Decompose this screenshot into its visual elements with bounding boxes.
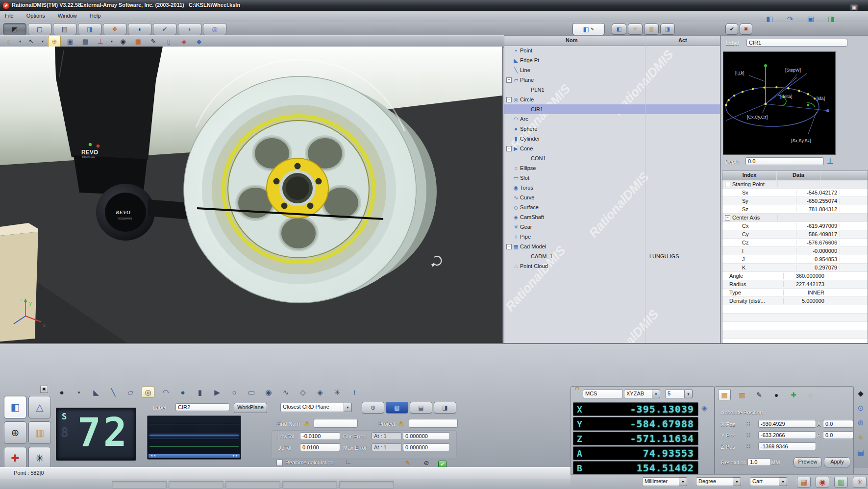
tree-item[interactable]: ∴ Point Cloud (504, 261, 720, 271)
chevron-down-icon[interactable]: ▼ (652, 390, 660, 398)
chevron-down-icon[interactable]: ▼ (685, 390, 693, 398)
tree-item[interactable]: ╲ Line (504, 65, 720, 75)
manual-probe-icon[interactable]: ● (56, 387, 68, 397)
tree-item[interactable]: ○ Ellipse (504, 163, 720, 173)
layout-icon[interactable]: ▦ (797, 477, 811, 488)
home-view-icon[interactable]: ⌂ (3, 36, 15, 47)
select-cursor-icon[interactable]: ↖ (25, 36, 37, 47)
unit-select[interactable]: Millimeter ▼ (642, 477, 687, 486)
column-index[interactable]: Index (722, 171, 777, 180)
toolbox-button[interactable]: ▥ (28, 421, 51, 444)
clipboard-icon[interactable]: ▯ (163, 36, 174, 47)
tree-item[interactable]: − ▶ Cone (504, 144, 720, 153)
scroll-left-icon[interactable]: ◄◄ (150, 454, 156, 458)
record-icon[interactable]: ◉ (816, 477, 829, 488)
viewport-3d[interactable]: REVO RENISHAW REVO RENISHAW5 (0, 47, 503, 343)
b-field[interactable]: 0.0 (823, 431, 853, 439)
tree-item[interactable]: CON1 (504, 153, 720, 163)
pipe-icon[interactable]: ≀ (348, 387, 360, 397)
decimal-count-select[interactable]: 5 ▼ (665, 390, 693, 398)
model-subtab[interactable]: ◨ (434, 402, 456, 414)
tab-filter[interactable]: Y (628, 24, 643, 35)
tab-verify[interactable]: ✔ (153, 23, 176, 35)
project-field[interactable] (409, 419, 458, 428)
tab-tools[interactable]: ▥ (644, 24, 659, 35)
fit-view-icon[interactable]: ▤ (79, 36, 91, 47)
expand-toggle-icon[interactable]: − (506, 244, 512, 249)
tab-color[interactable]: ❖ (103, 23, 126, 35)
machine-home-icon[interactable]: ⌂ (805, 390, 817, 400)
find-nom-field[interactable] (314, 419, 358, 428)
tree-item[interactable]: ≀ Pipe (504, 232, 720, 242)
tree-item[interactable]: − ◎ Circle (504, 95, 720, 104)
group-toggle-icon[interactable]: − (725, 182, 730, 187)
settings-gear-icon[interactable]: ✳ (855, 432, 867, 442)
ruler-button[interactable]: △ (28, 396, 51, 418)
tree-item[interactable]: ✳ Gear (504, 222, 720, 232)
orbit-icon[interactable]: ⊕ (48, 36, 61, 47)
scroll-right-icon[interactable]: ►► (232, 454, 238, 458)
menu-item[interactable]: Help (90, 13, 101, 19)
tree-item[interactable]: CIR1 (504, 104, 720, 114)
ellipse-icon[interactable]: ○ (228, 387, 240, 397)
chevron-down-icon[interactable]: ▼ (679, 477, 687, 486)
plane-mode-select[interactable]: Closest CRD Plane ▼ (280, 403, 352, 412)
camshaft-icon[interactable]: ◈ (314, 387, 326, 397)
x-pos-field[interactable]: -930.4929 (758, 420, 816, 428)
edit-icon[interactable]: ✎ (402, 458, 414, 468)
tree-item[interactable]: ◈ CamShaft (504, 212, 720, 222)
tree-item[interactable]: ◉ Torus (504, 183, 720, 193)
lowtol-field[interactable]: -0.0100 (300, 432, 340, 440)
realtime-checkbox[interactable] (276, 460, 283, 466)
close-tab[interactable]: ✖ (740, 24, 752, 35)
chevron-down-icon[interactable]: ▼ (779, 477, 787, 486)
coordinate-system-field[interactable]: MCS (583, 390, 623, 398)
tab-ink[interactable]: ◖ (128, 23, 151, 35)
arc-icon[interactable]: ◠ (160, 387, 172, 397)
machine-mode-button[interactable]: ◧ (4, 396, 26, 418)
expand-panel-icon[interactable]: ▣ (40, 386, 48, 393)
curve-icon[interactable]: ∿ (280, 387, 292, 397)
grid-icon[interactable]: ∷ (746, 432, 750, 439)
axes-setup-button[interactable]: ✚ (4, 447, 26, 469)
apply-button[interactable]: Apply (824, 457, 850, 467)
probe-config-button[interactable]: ⊕ (4, 421, 26, 444)
material-icon[interactable]: ◈ (178, 36, 190, 47)
plane-icon[interactable]: ▱ (124, 387, 136, 397)
tab-features[interactable]: ◧ (612, 24, 626, 35)
expand-toggle-icon[interactable]: − (506, 146, 512, 151)
jog-axes-icon[interactable]: ▥ (736, 390, 748, 400)
circle-icon[interactable]: ◎ (142, 387, 154, 398)
tab-tag[interactable]: ◗ (178, 23, 201, 35)
grid-icon[interactable]: ∷ (746, 420, 750, 427)
tab-home[interactable]: ◩ (3, 23, 26, 35)
menu-item[interactable]: Window (58, 13, 77, 19)
menu-item[interactable]: File (5, 13, 14, 19)
tree-item[interactable]: ▭ Slot (504, 173, 720, 183)
uptol-field[interactable]: 0.0100 (300, 443, 340, 451)
column-nom[interactable]: Nom (566, 37, 577, 43)
tree-item[interactable]: − ▱ Plane (504, 75, 720, 85)
tree-item[interactable]: ◠ Arc (504, 114, 720, 124)
caret-icon[interactable]: ▾ (18, 36, 22, 47)
tree-item[interactable]: ◣ Edge Pt (504, 55, 720, 65)
cone-icon[interactable]: ▶ (211, 387, 223, 397)
edge-pt-icon[interactable]: ◣ (90, 387, 102, 397)
probe-subtab[interactable]: ⊕ (362, 402, 384, 414)
graph-subtab[interactable]: ▧ (386, 402, 408, 414)
feature-label-field[interactable]: CIR1 (746, 39, 847, 47)
depth-field[interactable]: 0.0 (745, 157, 824, 165)
tab-feature-tree[interactable]: ◧✎ (572, 23, 605, 35)
chevron-down-icon[interactable]: ▼ (733, 477, 741, 486)
probe-pen-icon[interactable]: ✎ (753, 390, 765, 400)
a-field[interactable]: 0.0 (823, 420, 853, 428)
tab-views[interactable]: ◨ (660, 24, 675, 35)
tab-window[interactable]: ▤ (53, 23, 76, 35)
menu-item[interactable]: Options (26, 13, 45, 19)
axes-select[interactable]: XYZAB ▼ (624, 390, 660, 398)
tab-file[interactable]: ▢ (28, 23, 51, 35)
annotate-icon[interactable]: ✎ (148, 36, 159, 47)
point-icon[interactable]: • (73, 387, 85, 397)
tree-item[interactable]: ● Sphere (504, 124, 720, 134)
angle-unit-select[interactable]: Degree ▼ (696, 477, 741, 486)
